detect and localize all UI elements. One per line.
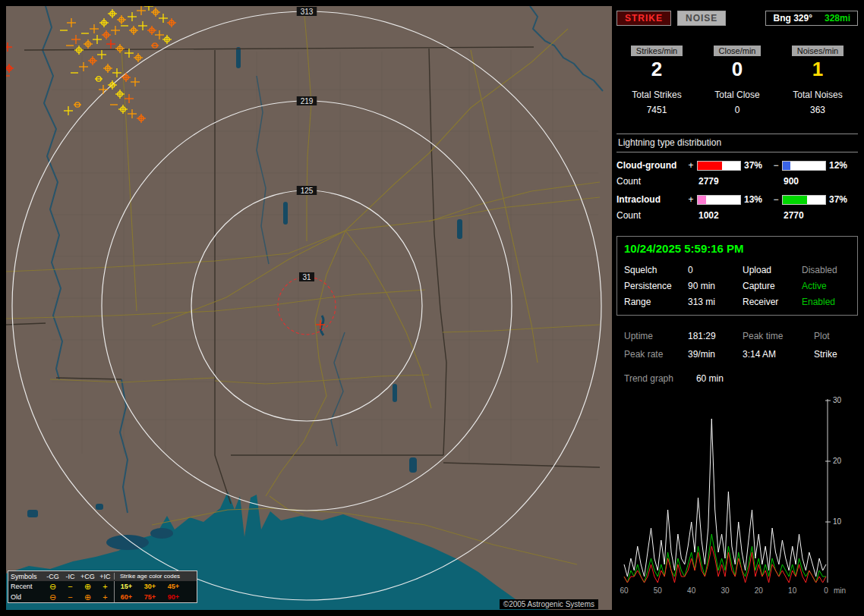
distribution-percent: 37% <box>744 160 762 171</box>
total-value: 363 <box>777 105 858 115</box>
svg-text:min: min <box>834 586 846 595</box>
noise-indicator[interactable]: NOISE <box>677 11 726 26</box>
polarity-sign: + <box>688 160 694 171</box>
age-code: 30+ <box>138 583 162 590</box>
count-value: 1002 <box>688 210 773 221</box>
total-value: 7451 <box>616 105 697 115</box>
svg-text:40: 40 <box>687 586 696 595</box>
distribution-bar-cell: +37% <box>688 160 773 171</box>
rate-column-0: Strikes/min2Total Strikes7451 <box>616 46 697 115</box>
polarity-sign: − <box>773 194 779 205</box>
count-value: 2779 <box>688 176 773 187</box>
rate-value: 0 <box>697 59 777 79</box>
setting-label: Squelch <box>624 265 688 275</box>
indicator-row: STRIKE NOISE Bng 329° 328mi <box>616 11 858 26</box>
distribution-bar <box>697 161 741 171</box>
setting-value: 90 min <box>688 281 743 291</box>
distribution-title: Lightning type distribution <box>616 134 858 152</box>
ring-label: 31 <box>302 273 311 281</box>
age-code: 15+ <box>115 583 138 590</box>
age-code: 90+ <box>162 593 185 601</box>
system-info-box: 10/24/2025 5:59:16 PM Squelch0UploadDisa… <box>616 236 858 316</box>
rate-header-button[interactable]: Noises/min <box>792 46 844 56</box>
strike-symbol-icon: ⊕ <box>79 593 96 601</box>
bearing-distance: 328mi <box>825 13 850 24</box>
distribution-section: Lightning type distribution Cloud-ground… <box>616 134 858 221</box>
setting-value: 313 mi <box>688 297 743 307</box>
strike-symbol-icon: ⊖ <box>44 593 61 601</box>
settings-grid: Squelch0UploadDisabledPersistence90 minC… <box>624 265 850 307</box>
count-label: Count <box>616 210 688 221</box>
distribution-bar-cell: −37% <box>773 194 858 205</box>
distribution-bar <box>697 195 741 205</box>
rate-header-button[interactable]: Close/min <box>714 46 762 56</box>
rate-value: 2 <box>616 59 697 79</box>
distribution-bar <box>782 195 826 205</box>
distribution-percent: 13% <box>744 194 762 205</box>
svg-text:10: 10 <box>833 517 842 526</box>
legend-col-+IC: +IC <box>96 573 114 580</box>
bearing-readout: Bng 329° 328mi <box>765 11 858 26</box>
count-value: 900 <box>773 176 858 187</box>
trend-header: Trend graph 60 min <box>616 373 858 384</box>
svg-text:20: 20 <box>755 586 764 595</box>
polarity-sign: + <box>688 194 694 205</box>
svg-text:50: 50 <box>654 586 663 595</box>
strike-symbol-icon: + <box>96 593 114 601</box>
rate-column-1: Close/min0Total Close0 <box>697 46 777 115</box>
peak-rate-value: 39/min <box>688 349 743 360</box>
strike-indicator[interactable]: STRIKE <box>616 11 671 26</box>
distribution-count-row: Count10022770 <box>616 210 858 221</box>
datetime-display: 10/24/2025 5:59:16 PM <box>624 242 850 255</box>
age-code: 45+ <box>162 583 185 590</box>
rate-column-2: Noises/min1Total Noises363 <box>777 46 858 115</box>
lightning-detector-app: 31321912531 Symbols-CG-IC+CG+ICStrike ag… <box>0 0 864 616</box>
legend-row-old: Old⊖−⊕+60+75+90+ <box>8 592 197 602</box>
distribution-row-1: Intracloud+13%−37% <box>616 194 858 205</box>
setting-status: Active <box>802 281 850 291</box>
map-legend: Symbols-CG-IC+CG+ICStrike age color code… <box>8 570 197 603</box>
total-value: 0 <box>697 105 777 115</box>
total-label: Total Noises <box>777 90 858 100</box>
strike-symbol-icon: ⊕ <box>79 583 96 590</box>
setting-label: Capture <box>743 281 802 291</box>
setting-value: 0 <box>688 265 743 275</box>
svg-text:30: 30 <box>721 586 730 595</box>
distribution-bar-cell: −12% <box>773 160 858 171</box>
setting-label: Upload <box>743 265 802 275</box>
age-code: 75+ <box>138 593 162 601</box>
copyright-text: ©2005 Astrogenic Systems <box>500 599 598 609</box>
peak-rate-label: Peak rate <box>624 349 688 360</box>
radar-map[interactable]: 31321912531 Symbols-CG-IC+CG+ICStrike ag… <box>6 6 612 610</box>
ring-label: 313 <box>301 8 314 16</box>
peak-time-label: Peak time <box>743 331 814 341</box>
distribution-count-row: Count2779900 <box>616 176 858 187</box>
rate-header-button[interactable]: Strikes/min <box>631 46 683 56</box>
setting-label: Receiver <box>743 297 802 307</box>
polarity-sign: − <box>773 160 779 171</box>
legend-row-label: Recent <box>8 583 44 590</box>
uptime-value: 181:29 <box>688 331 743 341</box>
distribution-percent: 12% <box>829 160 847 171</box>
total-label: Total Close <box>697 90 777 100</box>
svg-text:10: 10 <box>788 586 797 595</box>
count-value: 2770 <box>773 210 858 221</box>
strike-symbol-icon: + <box>96 583 114 590</box>
age-code: 60+ <box>115 593 138 601</box>
plot-value[interactable]: Strike <box>814 349 850 360</box>
distribution-bar <box>782 161 826 171</box>
bearing-value: Bng 329° <box>773 13 812 24</box>
svg-text:20: 20 <box>833 457 842 465</box>
distribution-percent: 37% <box>829 194 847 205</box>
uptime-label: Uptime <box>624 331 688 341</box>
distribution-type-label: Cloud-ground <box>616 160 688 171</box>
rate-columns: Strikes/min2Total Strikes7451Close/min0T… <box>616 46 858 115</box>
legend-header: Symbols-CG-IC+CG+ICStrike age color code… <box>8 571 197 581</box>
map-canvas: 31321912531 <box>6 6 612 610</box>
svg-text:0: 0 <box>824 586 828 595</box>
strike-symbol-icon: − <box>61 583 79 590</box>
legend-age-cells: 60+75+90+ <box>114 592 185 602</box>
trend-label: Trend graph <box>624 373 673 384</box>
legend-age-title: Strike age color codes <box>114 573 185 580</box>
legend-col-+CG: +CG <box>79 573 96 580</box>
